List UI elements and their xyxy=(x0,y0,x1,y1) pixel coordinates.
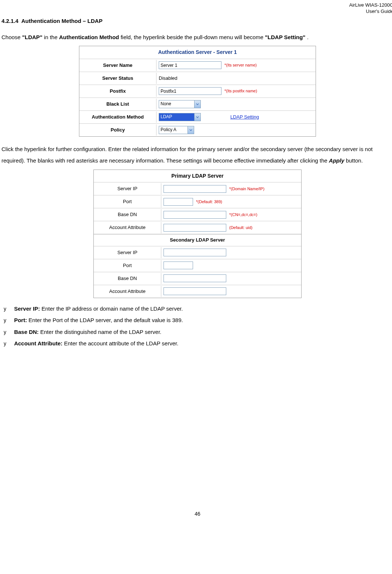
bullet-attr-t: Enter the account attribute of the LDAP … xyxy=(62,340,178,346)
bullet-server-ip-t: Enter the IP address or domain name of t… xyxy=(40,305,183,312)
row-s-port: Port xyxy=(94,259,301,272)
label-p-dn: Base DN xyxy=(94,209,161,220)
s-port-input[interactable] xyxy=(164,262,193,269)
intro-t4: . xyxy=(307,34,309,40)
section-number: 4.2.1.4 xyxy=(1,18,18,24)
policy-select[interactable]: Policy A xyxy=(159,126,194,134)
row-server-status: Server Status Disabled xyxy=(79,72,316,85)
server-name-hint: *(Its server name) xyxy=(224,62,257,68)
bullet-attr-b: Account Attribute: xyxy=(14,340,62,346)
auth-server-title: Authentication Server - Server 1 xyxy=(79,46,316,59)
doc-name: User's Guide xyxy=(366,8,392,14)
p-attr-hint: (Default: uid) xyxy=(229,225,252,230)
primary-ldap-title: Primary LDAP Server xyxy=(94,170,301,183)
s-ip-input[interactable] xyxy=(164,249,226,256)
secondary-ldap-title: Secondary LDAP Server xyxy=(94,234,301,246)
mid-paragraph: Click the hyperlink for further configur… xyxy=(1,143,392,167)
page-header: AirLive WIAS-1200G User's Guide xyxy=(1,0,392,15)
page-number: 46 xyxy=(1,510,392,518)
ldap-server-panel: Primary LDAP Server Server IP *(Domain N… xyxy=(93,170,302,298)
chevron-down-icon xyxy=(194,100,200,108)
section-title: Authentication Method – LDAP xyxy=(21,18,103,24)
auth-method-value: LDAP xyxy=(161,114,172,120)
label-postfix: Postfix xyxy=(79,86,157,97)
label-policy: Policy xyxy=(79,124,157,136)
label-p-port: Port xyxy=(94,196,161,207)
intro-t3: field, the hyperlink beside the pull-dow… xyxy=(121,34,265,40)
label-s-attr: Account Attribute xyxy=(94,286,161,297)
row-p-port: Port *(Default: 389) xyxy=(94,195,301,208)
p-dn-input[interactable] xyxy=(164,211,226,219)
bullet-port-b: Port: xyxy=(14,317,27,323)
section-heading: 4.2.1.4 Authentication Method – LDAP xyxy=(1,17,392,25)
label-auth-method: Authentication Method xyxy=(79,112,157,123)
row-policy: Policy Policy A xyxy=(79,124,316,136)
s-attr-input[interactable] xyxy=(164,287,226,295)
ldap-setting-link[interactable]: LDAP Setting xyxy=(230,114,259,120)
intro-b1: "LDAP" xyxy=(22,34,42,40)
bullet-base-dn-b: Base DN: xyxy=(14,329,39,335)
postfix-input[interactable] xyxy=(159,87,221,95)
row-p-attr: Account Attribute (Default: uid) xyxy=(94,221,301,234)
bullet-port-t: Enter the Port of the LDAP server, and t… xyxy=(27,317,183,323)
row-s-ip: Server IP xyxy=(94,246,301,259)
label-s-ip: Server IP xyxy=(94,247,161,258)
p-attr-input[interactable] xyxy=(164,224,226,232)
label-server-name: Server Name xyxy=(79,60,157,71)
label-s-port: Port xyxy=(94,260,161,271)
p-ip-hint: *(Domain Name/IP) xyxy=(229,186,264,192)
product-name: AirLive WIAS-1200G xyxy=(349,2,392,8)
black-list-select[interactable]: None xyxy=(159,100,201,108)
auth-server-panel: Authentication Server - Server 1 Server … xyxy=(79,46,316,137)
row-auth-method: Authentication Method LDAP LDAP Setting xyxy=(79,111,316,124)
black-list-value: None xyxy=(161,101,171,107)
intro-b3: "LDAP Setting" xyxy=(265,34,306,40)
bullet-server-ip: Server IP: Enter the IP address or domai… xyxy=(13,305,392,313)
p-port-input[interactable] xyxy=(164,198,193,206)
s-dn-input[interactable] xyxy=(164,274,226,282)
intro-b2: Authentication Method xyxy=(59,34,119,40)
bullet-server-ip-b: Server IP: xyxy=(14,305,40,312)
label-s-dn: Base DN xyxy=(94,273,161,284)
postfix-hint: *(Its postfix name) xyxy=(224,88,257,94)
p-ip-input[interactable] xyxy=(164,185,226,193)
bullet-list: Server IP: Enter the IP address or domai… xyxy=(1,305,392,348)
row-s-attr: Account Attribute xyxy=(94,285,301,298)
bullet-port: Port: Enter the Port of the LDAP server,… xyxy=(13,316,392,325)
chevron-down-icon xyxy=(188,126,194,134)
p-dn-hint: *(CN=,dc=,dc=) xyxy=(229,212,257,218)
intro-paragraph: Choose "LDAP" in the Authentication Meth… xyxy=(1,31,392,43)
label-server-status: Server Status xyxy=(79,73,157,84)
chevron-down-icon xyxy=(194,113,200,121)
row-p-ip: Server IP *(Domain Name/IP) xyxy=(94,182,301,195)
bullet-base-dn-t: Enter the distinguished name of the LDAP… xyxy=(39,329,161,335)
row-black-list: Black List None xyxy=(79,98,316,111)
mid-b1: Apply xyxy=(329,157,344,164)
row-postfix: Postfix *(Its postfix name) xyxy=(79,85,316,98)
mid-t2: button. xyxy=(346,157,363,164)
row-server-name: Server Name *(Its server name) xyxy=(79,59,316,72)
label-p-attr: Account Attribute xyxy=(94,222,161,233)
intro-t2: in the xyxy=(44,34,59,40)
label-black-list: Black List xyxy=(79,99,157,110)
intro-t1: Choose xyxy=(1,34,22,40)
row-s-dn: Base DN xyxy=(94,272,301,285)
policy-value: Policy A xyxy=(161,127,176,133)
bullet-base-dn: Base DN: Enter the distinguished name of… xyxy=(13,328,392,336)
mid-t1: Click the hyperlink for further configur… xyxy=(1,146,372,164)
bullet-account-attr: Account Attribute: Enter the account att… xyxy=(13,339,392,348)
server-name-input[interactable] xyxy=(159,61,221,69)
row-p-dn: Base DN *(CN=,dc=,dc=) xyxy=(94,208,301,221)
label-p-ip: Server IP xyxy=(94,183,161,194)
server-status-value: Disabled xyxy=(159,75,178,82)
auth-method-select[interactable]: LDAP xyxy=(159,113,201,121)
p-port-hint: *(Default: 389) xyxy=(196,199,222,205)
